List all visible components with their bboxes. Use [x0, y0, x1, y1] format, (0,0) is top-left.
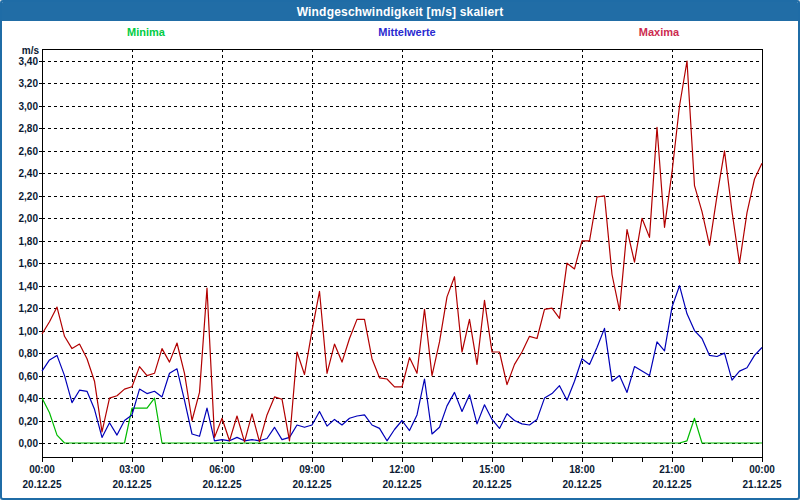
- x-tick-date-label: 20.12.25: [203, 479, 242, 490]
- x-tick-time-label: 21:00: [659, 464, 685, 475]
- y-tick-label: 0,00: [2, 438, 38, 449]
- y-tick-label: 3,00: [2, 101, 38, 112]
- y-tick-label: 2,80: [2, 123, 38, 134]
- y-tick-label: 1,80: [2, 236, 38, 247]
- y-tick-label: 2,20: [2, 191, 38, 202]
- y-tick-label: 0,60: [2, 371, 38, 382]
- x-tick-date-label: 21.12.25: [743, 479, 782, 490]
- x-tick-time-label: 18:00: [569, 464, 595, 475]
- x-tick-time-label: 06:00: [209, 464, 235, 475]
- chart-canvas: [2, 2, 800, 500]
- y-tick-label: 1,20: [2, 303, 38, 314]
- app-window: Windgeschwindigkeit [m/s] skaliert Minim…: [0, 0, 800, 500]
- x-tick-date-label: 20.12.25: [293, 479, 332, 490]
- x-tick-time-label: 00:00: [749, 464, 775, 475]
- y-tick-label: 3,40: [2, 56, 38, 67]
- x-tick-time-label: 00:00: [29, 464, 55, 475]
- x-tick-time-label: 03:00: [119, 464, 145, 475]
- series-line-maxima: [42, 61, 762, 442]
- x-tick-date-label: 20.12.25: [653, 479, 692, 490]
- y-tick-label: 0,80: [2, 348, 38, 359]
- y-tick-label: 0,40: [2, 393, 38, 404]
- y-tick-label: 1,40: [2, 281, 38, 292]
- x-tick-date-label: 20.12.25: [383, 479, 422, 490]
- x-tick-time-label: 09:00: [299, 464, 325, 475]
- y-tick-label: 2,40: [2, 168, 38, 179]
- y-tick-label: 3,20: [2, 78, 38, 89]
- x-tick-time-label: 15:00: [479, 464, 505, 475]
- y-tick-label: 1,00: [2, 326, 38, 337]
- y-tick-label: 2,00: [2, 213, 38, 224]
- x-tick-date-label: 20.12.25: [113, 479, 152, 490]
- y-tick-label: 0,20: [2, 416, 38, 427]
- x-tick-date-label: 20.12.25: [473, 479, 512, 490]
- y-tick-label: 2,60: [2, 146, 38, 157]
- x-tick-time-label: 12:00: [389, 464, 415, 475]
- x-tick-date-label: 20.12.25: [23, 479, 62, 490]
- x-tick-date-label: 20.12.25: [563, 479, 602, 490]
- y-tick-label: 1,60: [2, 258, 38, 269]
